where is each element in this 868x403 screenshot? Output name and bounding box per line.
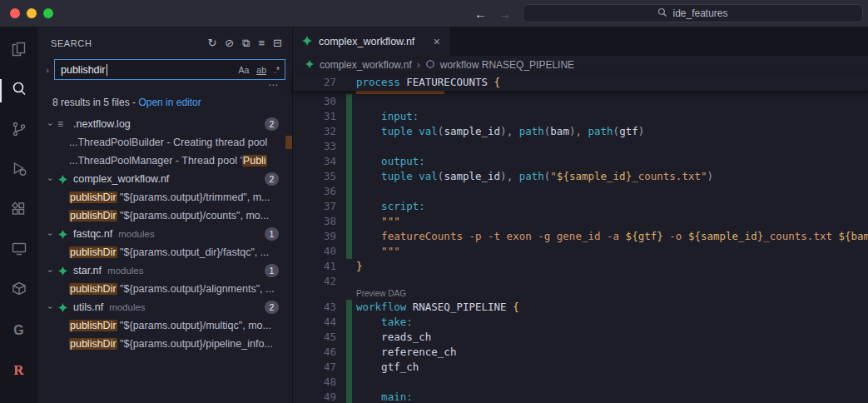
code-line[interactable]: 39 featureCounts -p -t exon -g gene_id -… [293,229,868,244]
line-number[interactable]: 42 [293,274,346,289]
search-result-item[interactable]: publishDir "${params.output_dir}/fastqc"… [37,243,292,261]
code-token: RNASEQ_PIPELINE [406,301,513,313]
code-line[interactable]: 37 script: [293,199,868,214]
search-result-item[interactable]: publishDir "${params.output}/alignments"… [37,280,292,298]
toggle-search-details-icon[interactable]: ⋯ [37,82,292,92]
panel-actions: ↻ ⊘ ⧉ ≡ ⊟ [207,37,282,50]
code-line[interactable]: 47 gtf_ch [293,360,868,375]
close-window-button[interactable] [10,8,20,18]
refresh-icon[interactable]: ↻ [207,37,216,50]
whole-word-toggle[interactable]: ab [255,64,268,76]
sidebar-item-search[interactable] [0,71,37,111]
back-button[interactable]: ← [474,7,487,21]
code-line[interactable]: 38 """ [293,214,868,229]
search-result-item[interactable]: publishDir "${params.output}/pipeline_in… [37,335,292,353]
sidebar-item-gitlens[interactable]: G [0,311,37,351]
sidebar-item-package[interactable] [0,271,37,311]
file-name: fastqc.nf [73,228,112,240]
code-line[interactable]: 45 reads_ch [293,330,868,345]
open-in-editor-link[interactable]: Open in editor [138,97,201,108]
zoom-window-button[interactable] [43,8,53,18]
file-row[interactable]: ›utils.nfmodules2 [37,298,292,316]
line-text: process FEATURECOUNTS { [352,74,500,91]
search-input[interactable]: publishdir Aa ab .* [54,59,285,80]
sidebar-item-r-extension[interactable]: R [0,351,37,391]
code-editor[interactable]: 27process FEATURECOUNTS { 3031 input:32 … [293,74,868,403]
line-number[interactable]: 43 [293,300,346,315]
monitor-icon [10,240,28,261]
search-result-item[interactable]: publishDir "${params.output}/counts", mo… [37,206,292,225]
tab-complex-workflow[interactable]: complex_workflow.nf × [293,27,449,56]
line-number[interactable]: 37 [293,199,346,214]
file-row[interactable]: ›fastqc.nfmodules1 [37,225,292,243]
code-line[interactable]: 41} [293,259,868,274]
code-line[interactable]: 31 input: [293,109,868,124]
code-line[interactable]: 42 [293,274,868,289]
line-number[interactable]: 36 [293,184,346,199]
code-line[interactable]: 32 tuple val(sample_id), path(bam), path… [293,124,868,139]
search-result-item[interactable]: ...ThreadPoolBuilder - Creating thread p… [37,133,292,152]
sidebar-item-explorer[interactable] [0,31,37,71]
line-number[interactable]: 39 [293,229,346,244]
git-change-indicator [346,259,352,274]
collapse-all-icon[interactable]: ⊟ [273,37,282,50]
sidebar-item-extensions[interactable] [0,191,37,231]
match-case-toggle[interactable]: Aa [236,64,250,76]
sidebar-item-run-debug[interactable] [0,151,37,191]
codelens-preview-dag[interactable]: Preview DAG [293,289,868,300]
code-line[interactable]: 46 reference_ch [293,345,868,360]
code-line[interactable]: 30 [293,94,868,109]
search-result-item[interactable]: publishDir "${params.output}/multiqc", m… [37,316,292,335]
new-search-editor-icon[interactable]: ⧉ [242,37,250,50]
line-number[interactable]: 30 [293,94,346,109]
code-line[interactable]: 35 tuple val(sample_id), path("${sample_… [293,169,868,184]
line-number[interactable]: 38 [293,214,346,229]
file-row[interactable]: ›complex_workflow.nf2 [37,170,292,188]
code-line[interactable]: 33 [293,139,868,154]
line-number[interactable]: 41 [293,259,346,274]
toggle-replace-chevron-icon[interactable]: › [41,65,54,75]
file-row[interactable]: ›≡.nextflow.log2 [37,115,292,133]
regex-toggle[interactable]: .* [272,64,281,76]
code-line[interactable]: 44 take: [293,315,868,330]
sticky-scroll[interactable]: 27process FEATURECOUNTS { [293,74,868,91]
code-line[interactable]: 49 main: [293,390,868,403]
code-line[interactable]: 43workflow RNASEQ_PIPELINE { [293,300,868,315]
line-number[interactable]: 48 [293,375,346,390]
line-number[interactable]: 31 [293,109,346,124]
search-result-item[interactable]: publishDir "${params.output}/trimmed", m… [37,188,292,206]
search-result-item[interactable]: ...ThreadPoolManager - Thread pool 'Publ… [37,152,292,170]
match-highlight: publishDir [69,338,117,350]
code-token: gtf_ch [356,361,419,373]
command-center-search[interactable]: ide_features [523,4,863,22]
code-line[interactable]: 40 """ [293,244,868,259]
view-as-tree-icon[interactable]: ≡ [259,37,265,50]
line-number[interactable]: 45 [293,330,346,345]
line-number[interactable]: 46 [293,345,346,360]
search-results-tree: ›≡.nextflow.log2...ThreadPoolBuilder - C… [37,115,292,403]
close-icon[interactable]: × [434,35,440,48]
code-line[interactable]: 48 [293,375,868,390]
minimize-window-button[interactable] [27,8,37,18]
sticky-line[interactable]: 27process FEATURECOUNTS { [293,74,868,91]
line-number[interactable]: 44 [293,315,346,330]
code-line[interactable]: 36 [293,184,868,199]
line-number[interactable]: 49 [293,390,346,403]
line-number[interactable]: 40 [293,244,346,259]
sidebar-item-source-control[interactable] [0,111,37,151]
line-number[interactable]: 47 [293,360,346,375]
code-line[interactable]: 34 output: [293,154,868,169]
line-text: gtf_ch [352,360,419,375]
breadcrumb-symbol[interactable]: workflow RNASEQ_PIPELINE [440,59,574,71]
line-number[interactable]: 34 [293,154,346,169]
file-row[interactable]: ›star.nfmodules1 [37,261,292,280]
line-number[interactable]: 35 [293,169,346,184]
line-number[interactable]: 32 [293,124,346,139]
line-number[interactable]: 33 [293,139,346,154]
clear-results-icon[interactable]: ⊘ [225,37,234,50]
git-change-indicator [346,330,352,345]
sidebar-item-remote-explorer[interactable] [0,231,37,271]
breadcrumb-file[interactable]: complex_workflow.nf [320,59,412,71]
forward-button[interactable]: → [498,7,511,21]
line-number[interactable]: 27 [293,74,346,91]
